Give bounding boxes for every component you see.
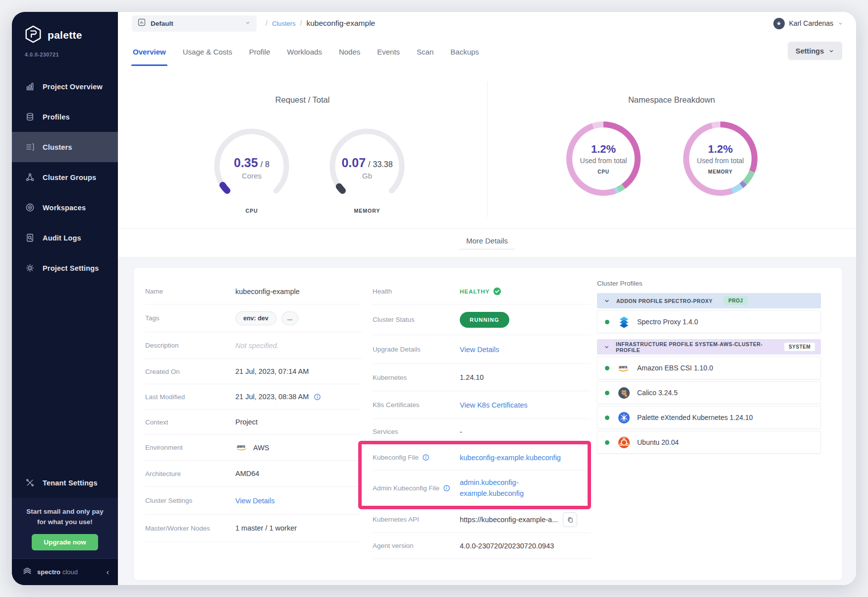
brand-name: palette — [48, 29, 82, 41]
memory-used-percent: 1.2% — [708, 143, 733, 156]
row-label: Admin Kubeconfig File — [373, 484, 439, 492]
upgrade-promo: Start small and only pay for what you us… — [12, 498, 118, 558]
cpu-gauge-chart: 0.35 / 8 Cores CPU — [211, 125, 292, 207]
donut-cpu-caption: CPU — [597, 169, 609, 175]
pack-status-dot — [605, 391, 609, 395]
aws-icon: aws — [235, 442, 248, 453]
namespace-memory-donut: 1.2% Used from total MEMORY — [683, 121, 758, 196]
kubernetes-version-value: 1.24.10 — [460, 373, 484, 381]
tag-pill[interactable]: env: dev — [235, 311, 276, 325]
profile-pack-row[interactable]: Spectro Proxy 1.4.0 — [597, 310, 821, 333]
sidebar-item-workspaces[interactable]: Workspaces — [12, 192, 118, 223]
cpu-unit-label: Cores — [242, 172, 262, 180]
info-icon[interactable] — [422, 454, 430, 461]
row-last-modified: Last Modified 21 Jul, 2023, 08:38 AM — [145, 384, 362, 410]
cluster-settings-view-details-link[interactable]: View Details — [235, 497, 275, 505]
sidebar-item-cluster-groups[interactable]: Cluster Groups — [12, 162, 118, 192]
row-label: Tags — [145, 314, 235, 322]
promo-line2: for what you use! — [19, 517, 111, 528]
row-description: Description Not specified. — [145, 332, 362, 359]
sidebar-item-label: Profiles — [43, 113, 70, 121]
sidebar-item-project-overview[interactable]: Project Overview — [12, 71, 118, 102]
tab-workloads[interactable]: Workloads — [287, 35, 322, 68]
sidebar-item-clusters[interactable]: Clusters — [12, 132, 118, 162]
settings-button[interactable]: Settings — [788, 42, 842, 60]
info-icon[interactable] — [443, 484, 450, 492]
row-label: K8s Certificates — [373, 401, 460, 409]
more-details-button[interactable]: More Details — [459, 237, 515, 249]
tab-scan[interactable]: Scan — [417, 35, 434, 68]
cpu-request-value: 0.35 — [234, 156, 258, 170]
profile-scope-badge: SYSTEM — [784, 343, 815, 351]
pack-name: Amazon EBS CSI 1.10.0 — [637, 364, 713, 372]
profile-group-header[interactable]: ADDON PROFILE SPECTRO-PROXYPROJ — [597, 293, 821, 308]
running-status-badge: RUNNING — [460, 312, 509, 328]
memory-total-value: 33.38 — [373, 160, 393, 169]
cluster-profiles-panel: Cluster Profiles ADDON PROFILE SPECTRO-P… — [597, 280, 821, 454]
kubeconfig-file-link[interactable]: kubeconfig-example.kubeconfig — [460, 454, 561, 462]
pack-name: Calico 3.24.5 — [637, 389, 678, 397]
svg-text:aws: aws — [619, 364, 628, 369]
row-cluster-status: Cluster Status RUNNING — [373, 304, 591, 335]
row-label: Upgrade Details — [373, 346, 460, 353]
upgrade-now-button[interactable]: Upgrade now — [32, 534, 98, 550]
upgrade-view-details-link[interactable]: View Details — [460, 346, 499, 354]
breadcrumb-separator: / — [300, 19, 302, 27]
row-label: Context — [145, 418, 235, 426]
profile-pack-row[interactable]: awsAmazon EBS CSI 1.10.0 — [597, 357, 821, 379]
row-label: Cluster Settings — [145, 497, 235, 504]
audit-doc-icon — [25, 233, 35, 243]
row-label: Cluster Status — [373, 316, 460, 323]
breadcrumb-current: kubeconfig-example — [306, 19, 375, 28]
profile-pack-row[interactable]: Ubuntu 20.04 — [597, 431, 821, 454]
row-label: Agent version — [373, 542, 460, 549]
user-menu[interactable]: ★ Karl Cardenas — [773, 18, 844, 29]
agent-version-value: 4.0.0-230720/20230720.0943 — [460, 542, 554, 550]
view-k8s-certificates-link[interactable]: View K8s Certificates — [460, 401, 528, 409]
services-value: - — [460, 428, 462, 436]
tab-events[interactable]: Events — [377, 35, 400, 68]
used-from-total-label: Used from total — [697, 157, 744, 165]
tab-overview[interactable]: Overview — [133, 35, 166, 68]
pack-name: Spectro Proxy 1.4.0 — [637, 318, 698, 326]
row-label: Name — [145, 288, 235, 295]
profile-group-title: INFRASTRUCTURE PROFILE SYSTEM-AWS-CLUSTE… — [616, 341, 773, 353]
row-created-on: Created On 21 Jul, 2023, 07:14 AM — [145, 359, 362, 384]
spectro-proxy-icon — [617, 315, 630, 328]
breadcrumb: / Clusters / kubeconfig-example — [266, 19, 375, 28]
sidebar-item-project-settings[interactable]: Project Settings — [12, 253, 118, 283]
tabs-bar: OverviewUsage & CostsProfileWorkloadsNod… — [118, 35, 856, 68]
tab-nodes[interactable]: Nodes — [339, 35, 360, 68]
tools-icon — [25, 478, 35, 488]
sidebar-item-tenant-settings[interactable]: Tenant Settings — [12, 468, 118, 498]
project-selector[interactable]: Default — [132, 15, 257, 32]
sidebar-item-audit-logs[interactable]: Audit Logs — [12, 223, 118, 253]
profile-pack-row[interactable]: Palette eXtended Kubernetes 1.24.10 — [597, 406, 821, 429]
row-services: Services - — [373, 419, 591, 445]
sidebar-nav: Project OverviewProfilesClustersCluster … — [12, 71, 118, 283]
user-name: Karl Cardenas — [789, 19, 834, 27]
admin-kubeconfig-file-link[interactable]: admin.kubeconfig-example.kubeconfig — [460, 478, 550, 499]
nodes-value: 1 master / 1 worker — [235, 524, 297, 532]
charts-section: Request / Total Namespace Breakdown 0.35… — [118, 68, 856, 228]
collapse-sidebar-icon[interactable]: ‹ — [107, 568, 109, 577]
tab-usage-costs[interactable]: Usage & Costs — [183, 35, 232, 68]
memory-gauge-caption: MEMORY — [326, 208, 408, 214]
sidebar-footer: spectro cloud ‹ — [12, 558, 118, 585]
profile-group-header[interactable]: INFRASTRUCTURE PROFILE SYSTEM-AWS-CLUSTE… — [597, 339, 821, 355]
profile-pack-row[interactable]: Calico 3.24.5 — [597, 381, 821, 404]
cluster-profiles-title: Cluster Profiles — [597, 280, 821, 287]
more-details-row: More Details — [118, 228, 856, 257]
tab-profile[interactable]: Profile — [249, 35, 271, 68]
tab-backups[interactable]: Backups — [450, 35, 479, 68]
details-column-middle: Health HEALTHY Cluster Status RUNNING Up… — [373, 279, 591, 559]
sidebar-item-profiles[interactable]: Profiles — [12, 102, 118, 132]
breadcrumb-clusters-link[interactable]: Clusters — [272, 20, 296, 27]
svg-text:aws: aws — [237, 444, 245, 449]
info-icon[interactable] — [314, 393, 321, 401]
tags-overflow-pill[interactable]: ... — [281, 311, 298, 325]
row-label: Created On — [145, 368, 235, 375]
pack-name: Palette eXtended Kubernetes 1.24.10 — [637, 414, 753, 421]
copy-button[interactable] — [563, 512, 577, 527]
app-window: palette 4.0.0-230721 Project OverviewPro… — [12, 12, 856, 585]
